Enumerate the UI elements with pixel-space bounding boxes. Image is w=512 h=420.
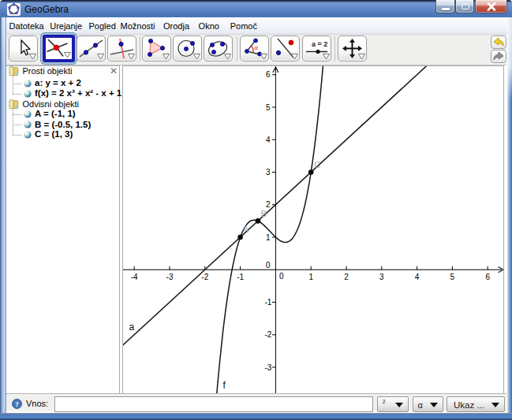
svg-text:-4: -4 — [131, 273, 138, 281]
svg-text:1: 1 — [266, 233, 271, 242]
svg-text:-2: -2 — [264, 330, 271, 339]
svg-text:4: 4 — [266, 136, 271, 144]
svg-text:-1: -1 — [264, 298, 271, 307]
svg-text:0: 0 — [279, 272, 284, 281]
svg-text:2: 2 — [344, 273, 349, 281]
svg-text:-3: -3 — [264, 363, 271, 372]
svg-text:1: 1 — [308, 273, 313, 281]
svg-text:α: α — [255, 43, 259, 51]
svg-text:-1: -1 — [237, 273, 244, 281]
svg-text:5: 5 — [266, 103, 271, 112]
svg-text:6: 6 — [266, 70, 271, 79]
svg-text:3: 3 — [266, 168, 271, 177]
svg-text:a = 2: a = 2 — [312, 40, 327, 48]
svg-text:-3: -3 — [166, 273, 174, 281]
svg-text:6: 6 — [485, 273, 490, 281]
svg-text:5: 5 — [450, 273, 455, 281]
svg-text:-2: -2 — [201, 273, 208, 281]
svg-text:B: B — [261, 209, 267, 218]
svg-text:?: ? — [15, 400, 19, 408]
svg-text:a: a — [129, 322, 135, 333]
svg-text:C: C — [314, 160, 320, 169]
svg-text:0: 0 — [266, 261, 271, 269]
svg-text:4: 4 — [415, 273, 420, 281]
svg-text:3: 3 — [379, 273, 384, 281]
svg-text:A: A — [243, 225, 249, 234]
svg-text:f: f — [223, 380, 226, 391]
